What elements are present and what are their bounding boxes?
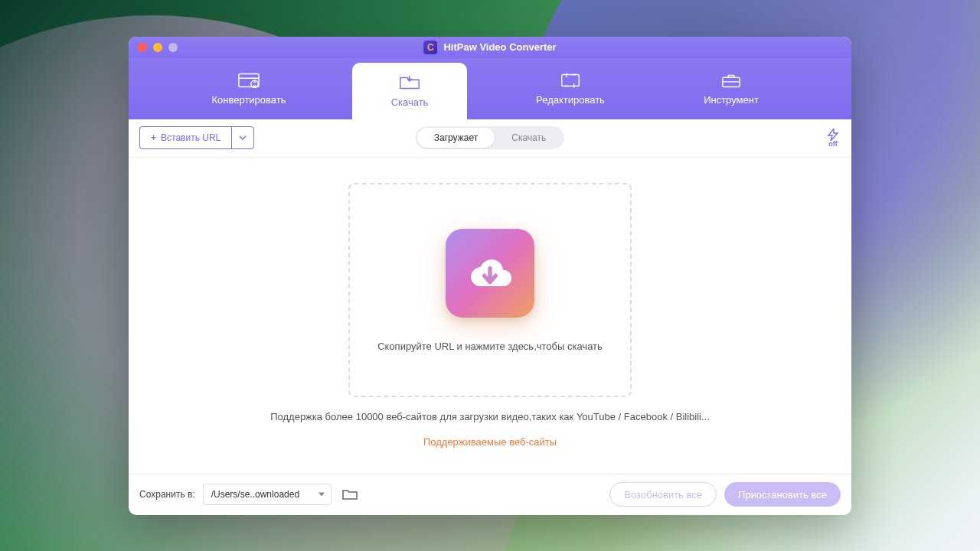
- tab-label: Редактировать: [536, 94, 605, 106]
- content-area: Скопируйте URL и нажмите здесь,чтобы ска…: [129, 158, 851, 474]
- supported-sites-link[interactable]: Поддерживаемые веб-сайты: [423, 436, 557, 448]
- titlebar: C HitPaw Video Converter: [129, 37, 851, 58]
- resume-all-button[interactable]: Возобновить все: [609, 482, 717, 507]
- folder-icon: [342, 488, 358, 500]
- window-close-button[interactable]: [138, 43, 147, 52]
- toolbox-icon: [720, 71, 743, 90]
- footer-bar: Сохранить в: /Users/se..ownloaded Возобн…: [129, 474, 851, 515]
- tab-tool[interactable]: Инструмент: [674, 58, 789, 119]
- tab-convert[interactable]: Конвертировать: [191, 58, 306, 119]
- download-status-segment: Загружает Скачать: [416, 126, 564, 149]
- url-dropzone[interactable]: Скопируйте URL и нажмите здесь,чтобы ска…: [348, 183, 632, 397]
- tab-label: Инструмент: [704, 94, 759, 106]
- turbo-state-label: off: [828, 141, 838, 148]
- convert-icon: [237, 71, 260, 90]
- paste-url-dropdown[interactable]: [231, 126, 254, 149]
- turbo-speed-toggle[interactable]: off: [825, 129, 841, 148]
- tab-label: Скачать: [391, 96, 429, 108]
- save-path-select[interactable]: /Users/se..ownloaded: [203, 484, 332, 505]
- app-window: C HitPaw Video Converter Конвертировать …: [129, 37, 851, 515]
- open-folder-button[interactable]: [339, 484, 361, 505]
- tab-edit[interactable]: Редактировать: [513, 58, 628, 119]
- app-icon: C: [423, 41, 437, 54]
- pause-all-button[interactable]: Приостановить все: [724, 482, 841, 507]
- save-to-label: Сохранить в:: [139, 489, 195, 500]
- dropzone-instruction: Скопируйте URL и нажмите здесь,чтобы ска…: [377, 341, 603, 352]
- window-maximize-button[interactable]: [168, 43, 178, 52]
- window-minimize-button[interactable]: [153, 43, 162, 52]
- plus-icon: +: [151, 132, 156, 143]
- paste-url-label: Вставить URL: [161, 132, 220, 143]
- download-folder-icon: [398, 73, 421, 92]
- cloud-download-icon: [446, 229, 534, 318]
- lightning-icon: [825, 129, 841, 141]
- svg-rect-3: [562, 75, 580, 86]
- support-description: Поддержка более 10000 веб-сайтов для заг…: [270, 411, 710, 422]
- app-title: HitPaw Video Converter: [443, 41, 556, 53]
- chevron-down-icon: [239, 134, 247, 142]
- edit-icon: [559, 71, 582, 90]
- toolbar: + Вставить URL Загружает Скачать off: [129, 119, 851, 158]
- segment-download[interactable]: Скачать: [495, 128, 563, 148]
- save-path-value: /Users/se..ownloaded: [211, 489, 299, 500]
- paste-url-button[interactable]: + Вставить URL: [139, 126, 231, 149]
- tab-label: Конвертировать: [211, 94, 286, 106]
- main-tabs: Конвертировать Скачать Редактировать Инс…: [129, 58, 851, 119]
- segment-loading[interactable]: Загружает: [417, 128, 495, 148]
- tab-download[interactable]: Скачать: [352, 63, 467, 119]
